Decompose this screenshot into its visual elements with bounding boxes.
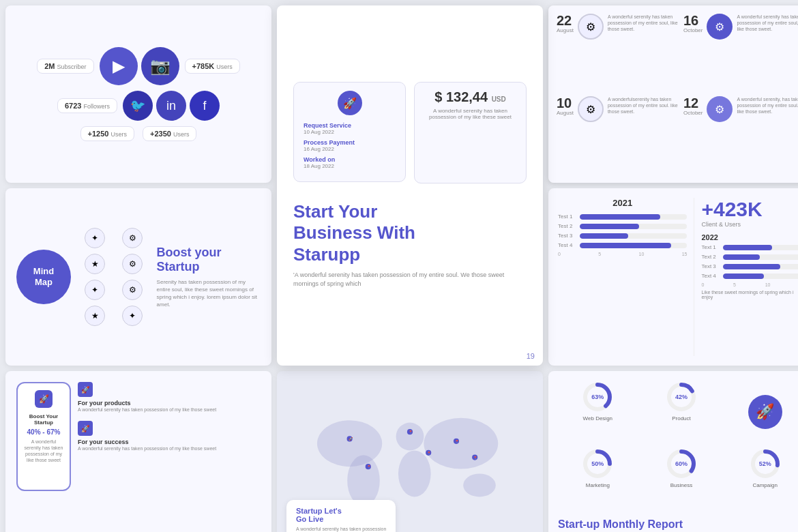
stat-year-2022: 2022 <box>701 233 798 241</box>
svg-text:📍: 📍 <box>367 464 371 469</box>
mobile-item-success: 🚀 For your success A wonderful serenity … <box>78 421 261 452</box>
gear-desc-2: A wonderful serenity has taken possessio… <box>737 14 798 32</box>
stats-note: Like these sweet mornings of spring whic… <box>701 290 798 299</box>
gear-desc-4: A wonderful serenity, has taken possessi… <box>737 96 798 115</box>
bar-fill-1 <box>580 214 660 220</box>
mobile-rocket-icon: 🚀 <box>35 390 53 408</box>
slide-mindmap: MindMap ✦ ⚙ ★ ⚙ ✦ ⚙ ★ ✦ Boost yourStartu… <box>5 188 271 366</box>
stat-2350: +2350 Users <box>143 126 196 141</box>
mindmap-title: Boost yourStartup <box>157 246 261 274</box>
gear-icon-3: ⚙ <box>578 96 604 122</box>
mindmap-node-6: ⚙ <box>122 280 143 300</box>
feature-step-2: Process Payment 16 Aug 2022 <box>304 139 396 152</box>
donut-business: 60% <box>665 447 698 480</box>
gear-icon-4: ⚙ <box>707 96 733 122</box>
donut-pct-web: 63% <box>591 394 604 400</box>
slide-chart-2021: 2021 Test 1 Test 2 <box>548 188 798 366</box>
feature-title-highlight: Business <box>293 222 372 243</box>
mobile-phone-desc: A wonderful serenity has taken possessio… <box>23 439 64 463</box>
mindmap-node-2: ⚙ <box>122 228 143 248</box>
mobile-item-desc-1: A wonderful serenity has taken possessio… <box>78 407 261 413</box>
bar-fill-4 <box>580 243 671 248</box>
circle-label-marketing: Marketing <box>586 482 610 488</box>
mindmap-node-7: ★ <box>85 306 105 326</box>
gear-item-3: 10 August ⚙ A wonderfulserenity has take… <box>557 96 679 175</box>
bar-track-1 <box>580 214 687 220</box>
svg-point-4 <box>424 418 498 469</box>
bar-fill-2022-3 <box>723 264 780 269</box>
bar-row-2022-3: Text 3 <box>701 263 798 269</box>
mobile-items-list: 🚀 For your products A wonderful serenity… <box>78 382 261 460</box>
circle-web-design: 63% Web Design <box>558 381 638 443</box>
linkedin-icon: in <box>156 91 186 121</box>
report-circles-grid: 63% Web Design 42% Product 🚀 <box>558 381 798 510</box>
svg-point-1 <box>347 455 380 506</box>
slide-report: 63% Web Design 42% Product 🚀 <box>548 371 798 532</box>
mobile-item-title-1: For your products <box>78 400 261 407</box>
gear-item-2: 16 October ⚙ A wonderful serenity has ta… <box>683 14 798 92</box>
svg-point-5 <box>463 473 496 497</box>
gear-item-1: 22 August ⚙ A wonderful serenity has tak… <box>557 14 679 92</box>
svg-text:📍: 📍 <box>455 439 459 444</box>
donut-product: 42% <box>665 381 698 413</box>
report-rocket-icon: 🚀 <box>748 395 782 429</box>
bar-label-2022-1: Text 1 <box>701 244 720 250</box>
feature-step-3: Worked on 18 Aug 2022 <box>304 156 396 169</box>
circle-campaign: 52% Campaign <box>725 447 798 510</box>
bar-track-2022-2 <box>723 254 798 260</box>
mindmap-center-label: MindMap <box>16 250 71 304</box>
facebook-icon: f <box>190 91 220 121</box>
report-center: 🚀 <box>725 381 798 443</box>
donut-web-design: 63% <box>581 381 614 413</box>
bar-chart-2022: Text 1 Text 2 Text 3 <box>701 244 798 287</box>
slide-map: 🚀 📍 📍 📍 📍 📍 Startup Let'sGo Live A wonde… <box>277 371 543 532</box>
bar-x-labels-2022: 051015 <box>701 282 798 287</box>
mobile-phone-mockup: 🚀 Boost YourStartup 40% - 67% A wonderfu… <box>16 382 71 491</box>
feature-steps: 🚀 Request Service 10 Aug 2022 Process Pa… <box>293 82 406 182</box>
bar-label-2022-3: Text 3 <box>701 263 720 269</box>
feature-rocket-icon: 🚀 <box>338 91 362 115</box>
mindmap-nodes: ✦ ⚙ ★ ⚙ ✦ ⚙ ★ ✦ <box>79 228 149 326</box>
bar-track-2022-3 <box>723 264 798 269</box>
feature-main-desc: 'A wonderful serenity has taken possessi… <box>293 271 527 289</box>
map-callout: Startup Let'sGo Live A wonderful serenit… <box>286 500 396 532</box>
bar-label-1: Test 1 <box>558 213 577 220</box>
stat-423k: +423K <box>701 198 798 221</box>
donut-marketing: 50% <box>581 447 614 480</box>
circle-label-business: Business <box>670 482 692 488</box>
stat-785k: +785K Users <box>185 59 240 74</box>
slide-grid: 2M Subscriber ▶ 📷 +785K Users 6723 Follo… <box>0 0 798 532</box>
chart-2021-title: 2021 <box>558 198 687 208</box>
bar-row-4: Test 4 <box>558 242 687 248</box>
slide-mobile: 🚀 Boost YourStartup 40% - 67% A wonderfu… <box>5 371 271 532</box>
gear-desc-1: A wonderful serenity has taken possessio… <box>608 14 679 32</box>
feature-main-title: Start Your Business WithStarupp <box>293 201 527 265</box>
mindmap-node-3: ★ <box>85 254 105 274</box>
mobile-item-desc-2: A wonderful serenity has taken possessio… <box>78 445 261 452</box>
report-main-title: Start-up Monthly Report <box>558 518 798 531</box>
feature-price-desc: A wonderful serenity has taken possessio… <box>424 108 516 120</box>
bar-fill-3 <box>580 233 628 239</box>
gear-icon-1: ⚙ <box>578 14 604 40</box>
svg-point-2 <box>396 423 424 451</box>
twitter-icon: 🐦 <box>123 91 153 121</box>
bar-label-2: Test 2 <box>558 223 577 229</box>
circle-label-web: Web Design <box>583 415 612 422</box>
bar-track-2022-4 <box>723 274 798 279</box>
map-callout-title: Startup Let'sGo Live <box>296 507 386 523</box>
mobile-item-title-2: For your success <box>78 439 261 445</box>
stat-6723: 6723 Followers <box>57 98 117 113</box>
svg-text:📍: 📍 <box>473 456 477 460</box>
circle-business: 60% Business <box>642 447 722 510</box>
donut-pct-business: 60% <box>675 460 688 467</box>
svg-text:📍: 📍 <box>427 451 431 456</box>
bar-label-2022-4: Text 4 <box>701 273 720 279</box>
gear-desc-3: A wonderfulserenity has taken possession… <box>608 96 679 115</box>
donut-pct-campaign: 52% <box>759 460 771 467</box>
bar-label-4: Test 4 <box>558 242 577 248</box>
gear-icon-2: ⚙ <box>707 14 733 40</box>
slide-gears-timeline: 22 August ⚙ A wonderful serenity has tak… <box>548 5 798 183</box>
slide-feature-main: 🚀 Request Service 10 Aug 2022 Process Pa… <box>277 5 543 366</box>
bar-track-4 <box>580 243 687 248</box>
svg-text:🚀: 🚀 <box>349 437 353 441</box>
